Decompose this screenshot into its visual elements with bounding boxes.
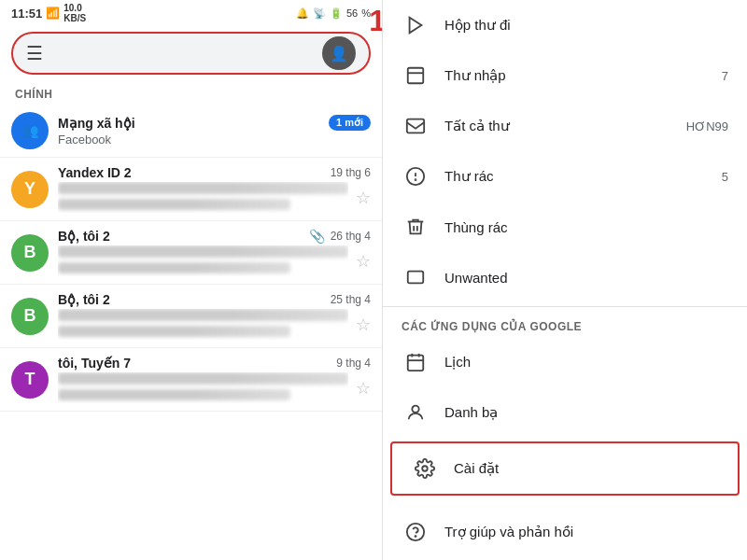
email-sender: Yandex ID 2 [58,165,132,180]
wifi-icon: 📡 [313,7,326,20]
inbox-icon [402,62,430,90]
section-chinh: CHÍNH [0,80,382,105]
list-item[interactable]: Y Yandex ID 2 19 thg 6 ☆ [0,158,382,221]
avatar-bo1: B [11,234,49,272]
email-date: 19 thg 6 [331,166,371,179]
svg-rect-7 [408,356,424,371]
volume-icon: 🔔 [296,7,309,20]
spam-badge: 5 [722,170,728,184]
email-date: 26 thg 4 [331,230,371,243]
avatar[interactable]: 👤 [322,36,356,70]
section-google-apps: CÁC ỨNG DỤNG CỦA GOOGLE [383,311,747,337]
email-body-row: ☆ [58,182,371,213]
email-sender: tôi, Tuyến 7 [58,356,131,371]
menu-item-settings[interactable]: Cài đặt [392,443,738,494]
unwanted-icon [402,263,430,291]
menu-item-allmail[interactable]: Tất cả thư HƠN99 [383,101,747,151]
menu-item-settings-wrapper: Cài đặt 2 [390,441,740,496]
email-header: Yandex ID 2 19 thg 6 [58,165,371,180]
email-list: 👥 Mạng xã hội 1 mới Facebook Y Yandex ID… [0,105,382,560]
allmail-icon [402,112,430,140]
menu-item-calendar[interactable]: Lịch [383,337,747,387]
menu-item-spam[interactable]: Thư rác 5 [383,151,747,202]
spam-icon [402,162,430,190]
time: 11:51 [11,7,42,21]
menu-label-trash: Thùng rác [444,219,728,235]
email-header: Mạng xã hội 1 mới [58,115,371,131]
menu-label-calendar: Lịch [444,354,728,371]
svg-point-11 [412,406,418,413]
menu-item-trash[interactable]: Thùng rác [383,202,747,252]
settings-icon [411,455,439,483]
svg-rect-6 [408,272,424,284]
svg-marker-0 [410,18,422,34]
outbox-icon [402,11,430,39]
contacts-icon [402,399,430,427]
email-preview [58,182,348,213]
star-icon[interactable]: ☆ [356,315,371,335]
svg-point-5 [416,179,416,180]
email-content-toi: tôi, Tuyến 7 9 thg 4 ☆ [58,356,371,403]
status-right: 🔔 📡 🔋 56% [296,7,371,20]
email-sender: Bộ, tôi 2 [58,292,110,307]
star-icon[interactable]: ☆ [356,188,371,208]
menu-item-contacts[interactable]: Danh bạ [383,387,747,438]
list-item[interactable]: T tôi, Tuyến 7 9 thg 4 ☆ [0,348,382,412]
menu-divider [383,306,747,307]
search-bar[interactable]: ☰ 👤 1 [11,32,371,75]
avatar-bo2: B [11,298,49,335]
email-date: 25 thg 4 [331,293,371,306]
email-body-row: ☆ [58,372,371,403]
list-item[interactable]: 👥 Mạng xã hội 1 mới Facebook [0,105,382,158]
email-header: Bộ, tôi 2 25 thg 4 [58,292,371,307]
email-preview: Facebook [58,133,371,147]
menu-label-contacts: Danh bạ [444,404,728,421]
email-body-row: ☆ [58,245,371,276]
label-1: 1 [369,4,383,38]
menu-label-settings: Cài đặt [454,460,719,477]
email-preview [58,245,348,276]
attachment-icon: 📎 [309,229,325,244]
menu-item-unwanted[interactable]: Unwanted [383,252,747,302]
menu-item-outbox[interactable]: Hộp thư đi [383,0,747,50]
new-badge: 1 mới [329,115,371,131]
email-sender: Bộ, tôi 2 [58,229,110,244]
inbox-badge: 7 [722,69,728,83]
menu-item-inbox[interactable]: Thư nhập 7 [383,50,747,101]
menu-label-inbox: Thư nhập [444,67,714,84]
svg-rect-1 [408,68,424,84]
avatar-toi: T [11,361,49,399]
menu-label-allmail: Tất cả thư [444,118,679,134]
trash-icon [402,213,430,241]
status-time: 11:51 📶 10.0KB/S [11,3,86,23]
menu-item-help[interactable]: Trợ giúp và phản hồi [383,507,747,557]
calendar-icon [402,348,430,376]
email-body-row: ☆ [58,309,371,340]
email-preview [58,372,348,403]
email-header: tôi, Tuyến 7 9 thg 4 [58,356,371,371]
right-panel: Hộp thư đi Thư nhập 7 Tất cả thư HƠN99 T… [383,0,747,560]
list-item[interactable]: B Bộ, tôi 2 📎 26 thg 4 ☆ [0,221,382,285]
email-content-social: Mạng xã hội 1 mới Facebook [58,115,371,147]
email-content-yandex: Yandex ID 2 19 thg 6 ☆ [58,165,371,213]
email-content-bo2: Bộ, tôi 2 25 thg 4 ☆ [58,292,371,340]
battery-icon: 🔋 [330,7,343,20]
menu-label-outbox: Hộp thư đi [444,17,728,34]
status-bar: 11:51 📶 10.0KB/S 🔔 📡 🔋 56% [0,0,382,26]
email-preview [58,309,348,340]
email-header: Bộ, tôi 2 📎 26 thg 4 [58,229,371,244]
data-speed: 10.0KB/S [63,3,86,23]
battery-level: 56 [346,7,358,19]
menu-label-help: Trợ giúp và phản hồi [444,524,728,540]
allmail-badge: HƠN99 [686,119,728,133]
menu-label-spam: Thư rác [444,168,714,185]
email-sender: Mạng xã hội [58,116,135,131]
star-icon[interactable]: ☆ [356,378,371,399]
left-panel: 11:51 📶 10.0KB/S 🔔 📡 🔋 56% ☰ 👤 1 CHÍNH 👥… [0,0,383,560]
list-item[interactable]: B Bộ, tôi 2 25 thg 4 ☆ [0,285,382,348]
email-date: 9 thg 4 [336,357,371,370]
email-content-bo1: Bộ, tôi 2 📎 26 thg 4 ☆ [58,229,371,276]
hamburger-icon[interactable]: ☰ [26,42,43,64]
star-icon[interactable]: ☆ [356,251,371,272]
menu-label-unwanted: Unwanted [444,270,728,286]
